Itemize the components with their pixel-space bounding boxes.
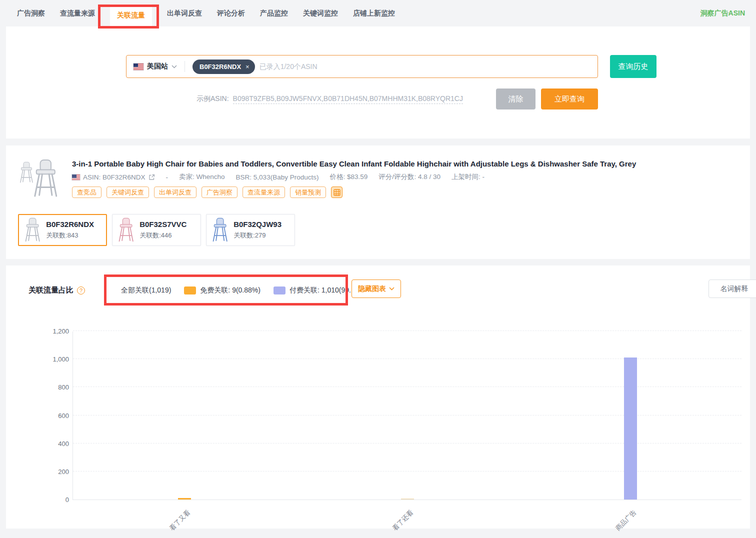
asin-tag: B0F32R6NDX × [192, 60, 255, 74]
legend-free-label: 免费关联: 9(0.88%) [200, 286, 260, 295]
variant-asin: B0F32S7VVC [140, 220, 186, 228]
bar-2 [401, 498, 414, 500]
legend-total-label: 全部关联(1,019) [121, 286, 171, 295]
variant-thumb-pink-icon [116, 217, 135, 243]
tab-keyword-monitor[interactable]: 关键词监控 [303, 9, 338, 18]
example-asin-list[interactable]: B098T9ZFB5,B09JW5FNVX,B0B71DH45N,B07MHHM… [233, 94, 463, 104]
tab-order-keyword-reverse[interactable]: 出单词反查 [167, 9, 202, 18]
chevron-down-icon [172, 65, 177, 68]
gridline [73, 415, 742, 416]
legend-paid-swatch-icon [274, 286, 286, 294]
variant-card-2[interactable]: B0F32S7VVC 关联数:446 [112, 214, 201, 246]
query-now-button[interactable]: 立即查询 [541, 88, 598, 110]
divider [184, 61, 185, 72]
gridline [73, 443, 742, 444]
tab-traffic-source[interactable]: 查流量来源 [60, 9, 95, 18]
variant-card-3[interactable]: B0F32QJW93 关联数:279 [206, 214, 295, 246]
variant-asin: B0F32QJW93 [234, 220, 282, 228]
chart-card: 关联流量占比 ? 全部关联(1,019) 免费关联: 9(0.88%) 付费关联… [6, 266, 750, 528]
y-tick-label: 1,200 [52, 328, 69, 335]
asin-search-box[interactable]: 美国站 B0F32R6NDX × [126, 55, 598, 78]
gridline [73, 386, 742, 387]
product-card: 3-in-1 Portable Baby High Chair for Babi… [6, 146, 750, 259]
site-selector[interactable]: 美国站 [134, 62, 177, 71]
tag-keyword-reverse[interactable]: 关键词反查 [106, 186, 149, 198]
tag-ad-insight[interactable]: 广告洞察 [202, 186, 238, 198]
glossary-button[interactable]: 名词解释 [708, 280, 756, 298]
variant-count: 关联数:279 [234, 231, 282, 240]
asin-tag-label: B0F32R6NDX [200, 63, 241, 70]
tag-traffic-source[interactable]: 查流量来源 [242, 186, 285, 198]
search-card: 美国站 B0F32R6NDX × 查询历史 示例ASIN: B098T9ZFB5… [6, 26, 750, 138]
variant-card-1[interactable]: B0F32R6NDX 关联数:843 [18, 214, 107, 246]
tab-store-new-monitor[interactable]: 店铺上新监控 [353, 9, 395, 18]
hide-chart-label: 隐藏图表 [358, 284, 386, 294]
nav-tab-list: 广告洞察 查流量来源 关联流量 出单词反查 评论分析 产品监控 关键词监控 店铺… [0, 0, 756, 26]
query-history-button[interactable]: 查询历史 [610, 55, 656, 78]
product-bsr: BSR: 5,033(Baby Products) [236, 174, 319, 181]
insight-ad-asin-link[interactable]: 洞察广告ASIN [700, 0, 745, 26]
external-link-icon[interactable] [148, 174, 155, 180]
product-rating: 评分/评分数: 4.8 / 30 [378, 172, 440, 182]
highchair-image-icon [30, 158, 60, 199]
product-asin: ASIN: B0F32R6NDX [83, 174, 146, 181]
gridline [73, 330, 742, 331]
variant-card-list: B0F32R6NDX 关联数:843 B0F32S7VVC 关联数:446 [18, 214, 295, 246]
tab-related-traffic[interactable]: 关联流量 [110, 4, 152, 26]
y-tick-label: 400 [58, 440, 69, 448]
legend-free-swatch-icon [184, 286, 196, 294]
help-icon[interactable]: ? [77, 286, 85, 294]
product-image [18, 156, 61, 200]
y-tick-label: 0 [66, 496, 69, 504]
tag-order-word-reverse[interactable]: 出单词反查 [154, 186, 196, 198]
chevron-down-icon [389, 287, 394, 290]
variant-thumb-blue-icon [210, 217, 229, 243]
variant-thumb-gray-icon [23, 217, 42, 243]
top-nav: 广告洞察 查流量来源 关联流量 出单词反查 评论分析 产品监控 关键词监控 店铺… [0, 0, 756, 26]
y-tick-label: 800 [58, 384, 69, 391]
product-seller: 卖家: Whencho [179, 172, 225, 182]
chart-legend: 全部关联(1,019) 免费关联: 9(0.88%) 付费关联: 1,010(9… [121, 284, 368, 296]
chart-x-axis-labels: 看了又看看了还看商品广告 [72, 504, 742, 527]
example-asin-row: 示例ASIN: B098T9ZFB5,B09JW5FNVX,B0B71DH45N… [196, 92, 463, 106]
tab-review-analysis[interactable]: 评论分析 [217, 9, 245, 18]
quick-action-tags: 查竞品 关键词反查 出单词反查 广告洞察 查流量来源 销量预测 [72, 186, 342, 198]
y-tick-label: 200 [58, 468, 69, 476]
gridline [73, 358, 742, 359]
y-tick-label: 600 [58, 412, 69, 420]
x-tick-label: 商品广告 [614, 508, 638, 532]
x-tick-label: 看了又看 [168, 508, 192, 532]
grid-table-icon[interactable] [331, 186, 342, 198]
site-label: 美国站 [147, 62, 168, 71]
tab-product-monitor[interactable]: 产品监控 [260, 9, 288, 18]
clear-button[interactable]: 清除 [496, 88, 536, 110]
legend-total[interactable]: 全部关联(1,019) [121, 286, 171, 295]
product-meta-row: ASIN: B0F32R6NDX - 卖家: Whencho BSR: 5,03… [72, 172, 484, 182]
remove-asin-icon[interactable]: × [246, 64, 250, 70]
product-price: 价格: $83.59 [330, 172, 368, 182]
asin-input[interactable] [260, 62, 590, 70]
product-dash: - [166, 174, 168, 181]
bar-3 [624, 358, 637, 500]
bar-chart-plot [72, 332, 742, 500]
example-asin-label: 示例ASIN: [196, 94, 229, 104]
chart-section-title: 关联流量占比 [28, 286, 74, 295]
hide-chart-button[interactable]: 隐藏图表 [352, 280, 401, 298]
x-tick-label: 看了还看 [390, 508, 415, 532]
variant-asin: B0F32R6NDX [46, 220, 94, 228]
gridline [73, 471, 742, 472]
bar-1 [178, 498, 191, 500]
tab-ad-insight[interactable]: 广告洞察 [17, 9, 45, 18]
tag-check-competitor[interactable]: 查竞品 [72, 186, 102, 198]
variant-count: 关联数:446 [140, 231, 186, 240]
tag-sales-forecast[interactable]: 销量预测 [290, 186, 326, 198]
legend-free[interactable]: 免费关联: 9(0.88%) [184, 286, 260, 295]
y-tick-label: 1,000 [52, 356, 69, 363]
chart-y-axis-labels: 02004006008001,0001,200 [6, 332, 69, 500]
product-listed-date: 上架时间: - [452, 172, 484, 182]
variant-count: 关联数:843 [46, 231, 94, 240]
us-flag-icon [134, 64, 144, 70]
product-title: 3-in-1 Portable Baby High Chair for Babi… [72, 160, 730, 168]
us-flag-small-icon [72, 174, 80, 180]
